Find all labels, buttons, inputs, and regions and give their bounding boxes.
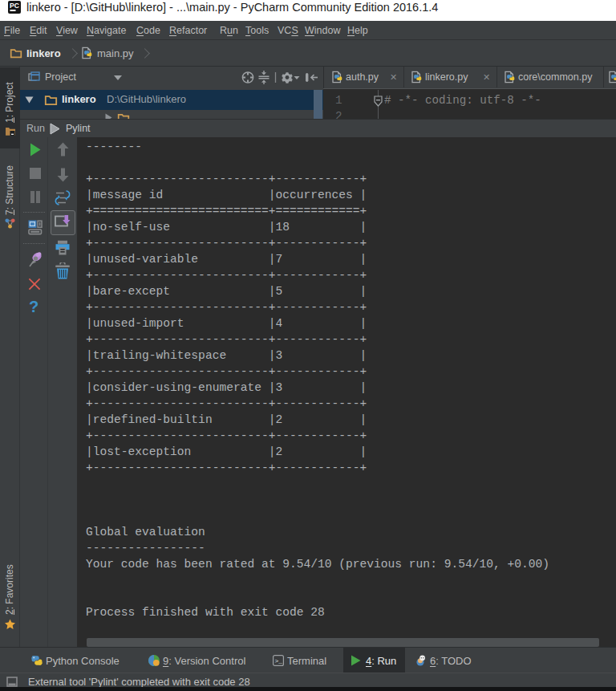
svg-text:PC: PC — [10, 2, 19, 10]
svg-text:>_: >_ — [275, 657, 283, 665]
